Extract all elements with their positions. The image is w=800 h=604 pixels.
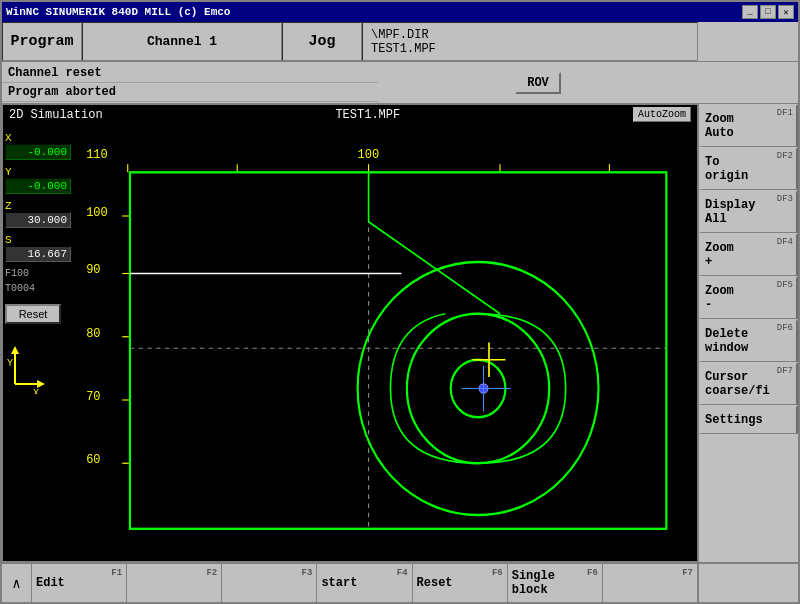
right-sidebar: DF1 ZoomAuto DF2 Toorigin DF3 DisplayAll… xyxy=(698,104,798,562)
cursor-coarse-button[interactable]: DF7 Cursorcoarse/fi xyxy=(699,362,798,405)
settings-label: Settings xyxy=(705,413,792,427)
path-cell: \MPF.DIR TEST1.MPF xyxy=(362,22,698,61)
start-label: start xyxy=(321,576,357,590)
svg-text:100: 100 xyxy=(86,206,108,220)
svg-text:80: 80 xyxy=(86,327,100,341)
svg-text:90: 90 xyxy=(86,263,100,277)
edit-button[interactable]: Edit F1 xyxy=(32,564,127,602)
f2-button[interactable]: F2 xyxy=(127,564,222,602)
delete-window-button[interactable]: DF6 Deletewindow xyxy=(699,319,798,362)
zoom-auto-button[interactable]: DF1 ZoomAuto xyxy=(699,104,798,147)
t-label: T0004 xyxy=(5,283,71,294)
zoom-plus-fkey: DF4 xyxy=(777,237,793,247)
single-block-button[interactable]: Singleblock F6 xyxy=(508,564,603,602)
display-all-button[interactable]: DF3 DisplayAll xyxy=(699,190,798,233)
autozoom-button[interactable]: AutoZoom xyxy=(633,107,691,122)
to-origin-button[interactable]: DF2 Toorigin xyxy=(699,147,798,190)
z-axis-label: Z xyxy=(5,200,71,212)
simulation-canvas: 110 100 90 80 70 60 100 xyxy=(73,124,697,561)
s-axis-label: S xyxy=(5,234,71,246)
sim-header: 2D Simulation TEST1.MPF AutoZoom xyxy=(3,105,697,124)
bottom-bar: ∧ Edit F1 F2 F3 start F4 Reset F6 Single… xyxy=(2,562,798,602)
zoom-auto-fkey: DF1 xyxy=(777,108,793,118)
svg-rect-23 xyxy=(130,172,666,529)
scroll-up-button[interactable]: ∧ xyxy=(2,564,32,602)
svg-text:70: 70 xyxy=(86,390,100,404)
title-bar-buttons: _ □ ✕ xyxy=(742,5,794,19)
y-arrow-indicator: Y X xyxy=(5,344,71,397)
svg-text:110: 110 xyxy=(86,148,108,162)
coord-panel: X -0.000 Y -0.000 Z 30.000 S 16.667 F100… xyxy=(3,124,73,561)
settings-button[interactable]: Settings xyxy=(699,405,798,434)
svg-text:X: X xyxy=(33,388,39,394)
reset-bottom-fkey: F6 xyxy=(492,568,503,578)
header-row: Program Channel 1 Jog \MPF.DIR TEST1.MPF xyxy=(2,22,798,62)
canvas-area: 110 100 90 80 70 60 100 xyxy=(73,124,697,561)
up-arrow-icon: ∧ xyxy=(12,575,20,592)
svg-marker-1 xyxy=(11,346,19,354)
edit-fkey: F1 xyxy=(111,568,122,578)
f7-fkey: F7 xyxy=(682,568,693,578)
f2-fkey: F2 xyxy=(206,568,217,578)
f3-button[interactable]: F3 xyxy=(222,564,317,602)
svg-marker-3 xyxy=(37,380,45,388)
single-block-fkey: F6 xyxy=(587,568,598,578)
to-origin-fkey: DF2 xyxy=(777,151,793,161)
single-block-label: Singleblock xyxy=(512,569,555,597)
path-line2: TEST1.MPF xyxy=(371,42,436,56)
close-button[interactable]: ✕ xyxy=(778,5,794,19)
path-line1: \MPF.DIR xyxy=(371,28,429,42)
f-label: F100 xyxy=(5,268,71,279)
reset-bottom-label: Reset xyxy=(417,576,453,590)
f3-fkey: F3 xyxy=(302,568,313,578)
x-value: -0.000 xyxy=(5,144,71,160)
app-title: WinNC SINUMERIK 840D MILL (c) Emco xyxy=(6,6,230,18)
s-value: 16.667 xyxy=(5,246,71,262)
zoom-minus-button[interactable]: DF5 Zoom- xyxy=(699,276,798,319)
bottom-right-spacer xyxy=(698,564,798,602)
start-button[interactable]: start F4 xyxy=(317,564,412,602)
svg-text:60: 60 xyxy=(86,453,100,467)
title-bar: WinNC SINUMERIK 840D MILL (c) Emco _ □ ✕ xyxy=(2,2,798,22)
svg-text:100: 100 xyxy=(358,148,380,162)
app-window: WinNC SINUMERIK 840D MILL (c) Emco _ □ ✕… xyxy=(0,0,800,604)
sim-panel-title: 2D Simulation xyxy=(9,108,103,122)
jog-label: Jog xyxy=(282,22,362,61)
channel-cell: Channel 1 xyxy=(82,22,282,61)
svg-text:Y: Y xyxy=(7,358,13,369)
sim-body: X -0.000 Y -0.000 Z 30.000 S 16.667 F100… xyxy=(3,124,697,561)
channel-reset-status: Channel reset xyxy=(2,64,378,83)
y-value: -0.000 xyxy=(5,178,71,194)
rov-button[interactable]: ROV xyxy=(515,72,561,94)
rov-area: ROV xyxy=(378,62,698,103)
z-value: 30.000 xyxy=(5,212,71,228)
cursor-coarse-fkey: DF7 xyxy=(777,366,793,376)
status-bar: Channel reset Program aborted ROV xyxy=(2,62,798,104)
f7-button[interactable]: F7 xyxy=(603,564,698,602)
delete-window-fkey: DF6 xyxy=(777,323,793,333)
edit-label: Edit xyxy=(36,576,65,590)
main-area: 2D Simulation TEST1.MPF AutoZoom X -0.00… xyxy=(2,104,798,562)
y-axis-label: Y xyxy=(5,166,71,178)
program-label: Program xyxy=(2,22,82,61)
sim-container: 2D Simulation TEST1.MPF AutoZoom X -0.00… xyxy=(2,104,698,562)
svg-line-29 xyxy=(369,222,500,314)
program-aborted-status: Program aborted xyxy=(2,83,378,102)
sim-reset-button[interactable]: Reset xyxy=(5,304,61,324)
start-fkey: F4 xyxy=(397,568,408,578)
maximize-button[interactable]: □ xyxy=(760,5,776,19)
status-right-spacer xyxy=(698,62,798,103)
header-right-spacer xyxy=(698,22,798,61)
x-axis-label: X xyxy=(5,132,71,144)
display-all-fkey: DF3 xyxy=(777,194,793,204)
sim-file-title: TEST1.MPF xyxy=(335,108,400,122)
zoom-minus-fkey: DF5 xyxy=(777,280,793,290)
minimize-button[interactable]: _ xyxy=(742,5,758,19)
reset-bottom-button[interactable]: Reset F6 xyxy=(413,564,508,602)
status-left: Channel reset Program aborted xyxy=(2,62,378,103)
zoom-plus-button[interactable]: DF4 Zoom+ xyxy=(699,233,798,276)
